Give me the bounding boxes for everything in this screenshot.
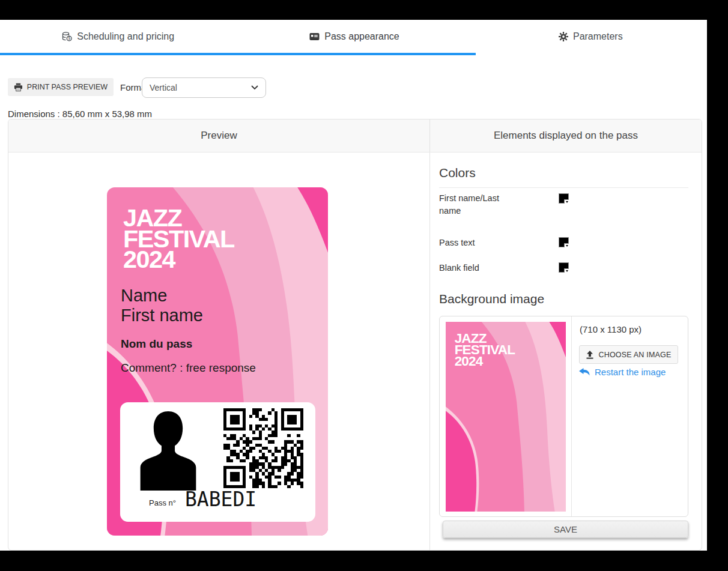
undo-arrow-icon <box>579 368 590 376</box>
tab-label: Pass appearance <box>324 31 399 42</box>
bottom-black-bar <box>0 551 728 571</box>
print-pass-preview-label: PRINT PASS PREVIEW <box>27 83 108 91</box>
format-select-value: Vertical <box>150 83 251 92</box>
right-black-strip <box>707 0 728 571</box>
pass-editor-page: $ Scheduling and pricing Pass appearance <box>0 0 728 571</box>
upload-icon <box>586 351 594 359</box>
choose-image-button[interactable]: CHOOSE AN IMAGE <box>579 345 678 364</box>
color-row-label-first-last-name: First name/Last name <box>439 192 514 217</box>
active-tab-indicator <box>0 53 476 55</box>
pass-name-text: Nom du pass <box>121 337 192 351</box>
colors-section-title: Colors <box>439 166 688 188</box>
coins-icon: $ <box>62 32 72 41</box>
pass-first-name-placeholder: First name <box>121 306 203 325</box>
tab-parameters[interactable]: Parameters <box>473 20 709 53</box>
restart-image-link[interactable]: Restart the image <box>579 367 666 377</box>
chevron-down-icon <box>251 85 258 90</box>
color-swatch-blank-field[interactable] <box>559 262 569 273</box>
color-swatch-pass-text[interactable] <box>559 237 569 247</box>
card-icon <box>309 32 320 41</box>
tab-bar: $ Scheduling and pricing Pass appearance <box>0 20 709 53</box>
tab-scheduling-and-pricing[interactable]: $ Scheduling and pricing <box>0 20 236 53</box>
pass-number-value: BABEDI <box>185 488 256 511</box>
svg-text:$: $ <box>68 36 71 40</box>
top-black-bar <box>0 0 728 20</box>
background-image-thumbnail <box>446 322 566 512</box>
qr-code <box>223 408 303 488</box>
pass-number-label: Pass n° <box>149 498 176 507</box>
background-image-section-title: Background image <box>439 292 544 306</box>
color-row-label-blank-field: Blank field <box>439 262 514 274</box>
tab-label: Scheduling and pricing <box>77 31 174 42</box>
save-button-label: SAVE <box>554 524 577 534</box>
panel-headers: Preview Elements displayed on the pass <box>8 119 702 153</box>
format-select[interactable]: Vertical <box>142 77 266 98</box>
preview-panel-title: Preview <box>8 119 430 152</box>
print-pass-preview-button[interactable]: PRINT PASS PREVIEW <box>8 78 114 96</box>
dimensions-text: Dimensions : 85,60 mm x 53,98 mm <box>8 109 152 119</box>
pass-preview-card: Name First name Nom du pass Comment? : f… <box>107 187 328 536</box>
preview-panel: Name First name Nom du pass Comment? : f… <box>8 153 430 551</box>
background-info-cell: (710 x 1130 px) CHOOSE AN IMAGE <box>572 316 688 516</box>
choose-image-label: CHOOSE AN IMAGE <box>598 351 671 359</box>
printer-icon <box>14 83 23 92</box>
background-image-size: (710 x 1130 px) <box>580 324 642 334</box>
background-image-box: (710 x 1130 px) CHOOSE AN IMAGE <box>439 316 688 517</box>
background-thumb-cell <box>440 316 572 516</box>
pass-comment-text: Comment? : free response <box>121 361 256 375</box>
elements-panel-title: Elements displayed on the pass <box>430 119 702 152</box>
pass-id-card: Pass n° BABEDI <box>120 402 315 522</box>
tab-label: Parameters <box>573 31 623 42</box>
save-button[interactable]: SAVE <box>443 521 688 538</box>
pass-last-name-placeholder: Name <box>121 286 167 306</box>
elements-panel: Colors First name/Last name Pass text Bl… <box>430 153 702 551</box>
gear-icon <box>559 32 568 41</box>
person-silhouette-icon <box>137 409 199 491</box>
color-swatch-first-last-name[interactable] <box>559 193 569 204</box>
pass-appearance-container: Preview Elements displayed on the pass N… <box>8 119 702 551</box>
restart-image-label: Restart the image <box>595 367 666 377</box>
color-row-label-pass-text: Pass text <box>439 237 514 249</box>
tab-pass-appearance[interactable]: Pass appearance <box>236 20 472 53</box>
